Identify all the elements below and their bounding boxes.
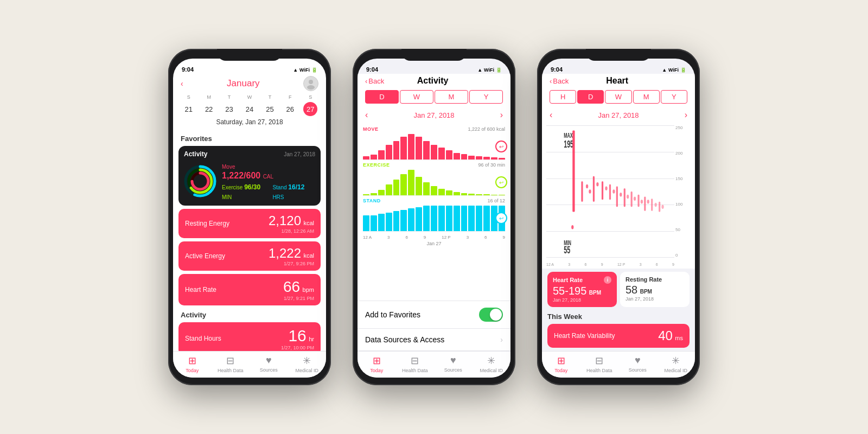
stand-hours-sub: 1/27, 10:00 PM xyxy=(281,345,314,350)
period-tab-y[interactable]: Y xyxy=(469,90,503,104)
chart-date-label: Jan 27 xyxy=(363,240,505,246)
cal-day-24[interactable]: 24 xyxy=(239,102,259,116)
hrv-label: Heart Rate Variability xyxy=(554,332,615,340)
move-bar xyxy=(468,156,475,159)
cal-days-header: S M T W T F S xyxy=(178,94,321,100)
move-bar xyxy=(446,150,452,159)
cal-day-22[interactable]: 22 xyxy=(199,102,219,116)
period-tab-3-d[interactable]: D xyxy=(577,90,604,104)
tab-medicalid-2[interactable]: ✳ Medical ID xyxy=(473,355,511,373)
heart-rate-card-3[interactable]: Heart Rate i 55-195 BPM Jan 27, 2018 xyxy=(547,272,617,307)
today-icon-2: ⊞ xyxy=(373,355,381,367)
p2-back-button[interactable]: ‹ Back xyxy=(365,77,384,85)
resting-energy-value-group: 2,120 kcal 1/28, 12:26 AM xyxy=(269,213,314,234)
stand-bar xyxy=(431,206,437,231)
stand-hours-card[interactable]: Stand Hours 16 hr 1/27, 10:00 PM xyxy=(178,322,321,351)
move-bar xyxy=(454,153,460,159)
exercise-bar xyxy=(371,193,377,195)
period-tab-m[interactable]: M xyxy=(435,90,468,104)
move-circle-icon: ↩ xyxy=(495,141,507,152)
cal-day-23[interactable]: 23 xyxy=(219,102,239,116)
period-tab-3-w[interactable]: W xyxy=(605,90,631,104)
tab-today-2[interactable]: ⊞ Today xyxy=(358,355,396,373)
period-tab-w[interactable]: W xyxy=(400,90,433,104)
move-bar xyxy=(461,154,468,159)
tab-medicalid-3[interactable]: ✳ Medical ID xyxy=(657,355,695,373)
move-bar xyxy=(431,145,437,159)
tab-healthdata-2[interactable]: ⊟ Health Data xyxy=(396,355,435,373)
this-week-section: This Week Heart Rate Variability 40 ms xyxy=(542,310,695,351)
heart-chart-inner: 250 200 150 100 50 0 MAX 1 xyxy=(546,125,691,266)
chart-area-2: MOVE 1,222 of 600 kcal xyxy=(358,123,510,301)
chart-date-3: Jan 27, 2018 xyxy=(598,111,639,119)
p3-scroll-area: 250 200 150 100 50 0 MAX 1 xyxy=(542,123,695,351)
stand-bars xyxy=(363,205,505,232)
exercise-chart-goal: 96 of 30 min xyxy=(478,162,505,168)
svg-rect-30 xyxy=(644,196,646,210)
tab-sources-1[interactable]: ♥ Sources xyxy=(250,355,288,373)
tab-healthdata-1[interactable]: ⊟ Health Data xyxy=(212,355,250,373)
tab-bar-1: ⊞ Today ⊟ Health Data ♥ Sources ✳ Medica… xyxy=(173,351,326,378)
period-tab-3-m[interactable]: M xyxy=(633,90,660,104)
exercise-bar xyxy=(483,194,490,195)
p2-scroll-area: MOVE 1,222 of 600 kcal xyxy=(358,123,510,351)
tab-medicalid-1[interactable]: ✳ Medical ID xyxy=(288,355,327,373)
heart-y-labels: 250 200 150 100 50 0 xyxy=(675,125,691,258)
tab-today-3[interactable]: ⊞ Today xyxy=(542,355,580,373)
active-energy-card[interactable]: Active Energy 1,222 kcal 1/27, 9:26 PM xyxy=(178,241,321,271)
cal-day-21[interactable]: 21 xyxy=(178,102,199,116)
cal-days-row: 21 22 23 24 25 26 27 xyxy=(178,102,321,116)
add-to-favorites-row[interactable]: Add to Favorites xyxy=(358,301,510,329)
move-bar xyxy=(386,145,392,159)
tab-sources-3[interactable]: ♥ Sources xyxy=(618,355,657,373)
p1-avatar[interactable] xyxy=(303,76,318,91)
tab-healthdata-3[interactable]: ⊟ Health Data xyxy=(580,355,619,373)
move-bar xyxy=(423,141,430,159)
move-bar xyxy=(483,157,490,159)
data-sources-row[interactable]: Data Sources & Access › xyxy=(358,329,510,351)
hr-value-row: 55-195 BPM xyxy=(553,285,611,297)
chart-next-arrow-3[interactable]: › xyxy=(685,110,687,120)
today-icon-3: ⊞ xyxy=(557,355,565,367)
chart-time-labels: 12 A 3 6 9 12 P 3 6 9 xyxy=(363,234,505,240)
p1-back-button[interactable]: ‹ xyxy=(181,79,183,88)
period-tabs-2: D W M Y xyxy=(358,90,510,108)
heart-rate-metric-card[interactable]: Heart Rate 66 bpm 1/27, 9:21 PM xyxy=(178,274,321,305)
stand-bar xyxy=(446,206,452,231)
hrv-card[interactable]: Heart Rate Variability 40 ms xyxy=(547,324,690,348)
cal-day-25[interactable]: 25 xyxy=(260,102,280,116)
p1-nav: ‹ January xyxy=(173,74,326,94)
svg-point-23 xyxy=(620,193,622,197)
tab-today-1[interactable]: ⊞ Today xyxy=(173,355,212,373)
p3-back-button[interactable]: ‹ Back xyxy=(550,77,569,85)
stand-bar xyxy=(393,211,400,231)
period-tab-d[interactable]: D xyxy=(365,90,399,104)
chart-prev-arrow-3[interactable]: ‹ xyxy=(550,110,552,120)
exercise-bar xyxy=(393,180,400,195)
exercise-circle-icon: ↩ xyxy=(495,176,507,188)
add-to-favorites-toggle[interactable] xyxy=(479,308,503,322)
exercise-bar xyxy=(461,193,468,195)
resting-energy-card[interactable]: Resting Energy 2,120 kcal 1/28, 12:26 AM xyxy=(178,209,321,238)
cal-day-27-today[interactable]: 27 xyxy=(303,102,317,116)
chart-prev-arrow-2[interactable]: ‹ xyxy=(365,110,368,120)
healthdata-label-2: Health Data xyxy=(402,368,428,373)
wifi-icon-1: WiFi xyxy=(299,67,310,73)
exercise-bar xyxy=(386,184,392,195)
cal-day-26[interactable]: 26 xyxy=(280,102,300,116)
healthdata-icon-2: ⊟ xyxy=(411,355,419,367)
chevron-left-icon-3: ‹ xyxy=(550,77,552,85)
period-tab-3-y[interactable]: Y xyxy=(661,90,687,104)
hr-info-icon[interactable]: i xyxy=(604,276,611,284)
heart-rate-sub: 1/27, 9:21 PM xyxy=(283,296,314,301)
activity-card[interactable]: Activity Jan 27, 2018 xyxy=(178,146,321,206)
exercise-bar xyxy=(476,194,482,195)
chevron-left-icon-1: ‹ xyxy=(181,79,183,88)
resting-rate-card[interactable]: Resting Rate 58 BPM Jan 27, 2018 xyxy=(620,272,690,307)
period-tab-3-h[interactable]: H xyxy=(550,90,576,104)
p1-month-title[interactable]: January xyxy=(227,78,259,89)
move-bar xyxy=(499,158,505,159)
medicalid-label-1: Medical ID xyxy=(295,368,318,373)
tab-sources-2[interactable]: ♥ Sources xyxy=(434,355,473,373)
chart-next-arrow-2[interactable]: › xyxy=(500,110,503,120)
